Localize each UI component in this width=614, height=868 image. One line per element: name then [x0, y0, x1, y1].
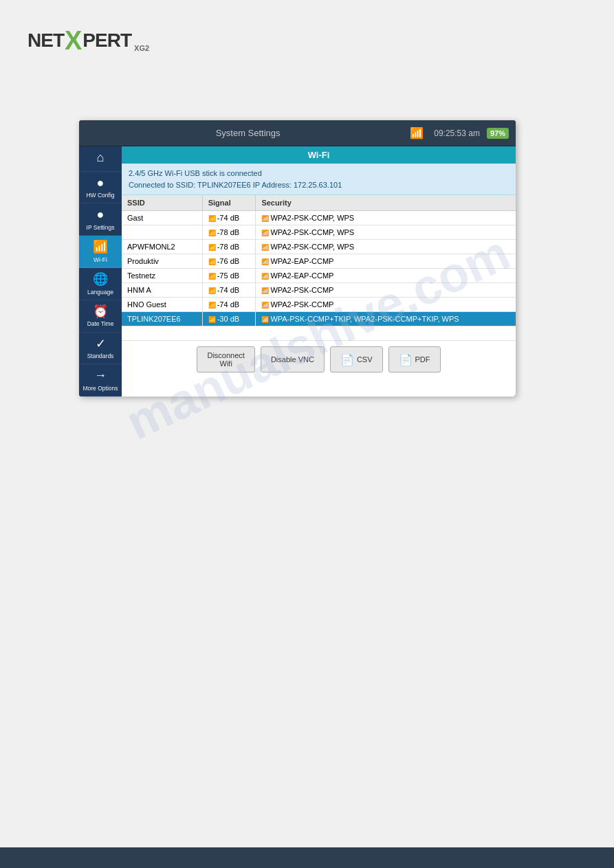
cell-ssid: APWFMONL2	[122, 240, 202, 254]
security-icon: 📶	[261, 215, 269, 222]
security-icon: 📶	[261, 273, 269, 280]
cell-ssid	[122, 225, 202, 240]
logo-xg2: XG2	[134, 44, 149, 52]
disable-vnc-button[interactable]: Disable VNC	[261, 346, 325, 372]
wifi-signal-icon: 📶	[208, 302, 216, 309]
sidebar-item-wifi[interactable]: 📶 Wi-Fi	[79, 236, 122, 268]
wifi-status-icon: 📶	[410, 126, 424, 140]
sidebar-item-language[interactable]: 🌐 Language	[79, 268, 122, 300]
sidebar-item-hw-config[interactable]: ● HW Config	[79, 172, 122, 204]
sidebar: ⌂ ● HW Config ● IP Settings 📶 Wi-Fi 🌐 La…	[79, 146, 122, 397]
content-area: Wi-Fi 2.4/5 GHz Wi-Fi USB stick is conne…	[122, 146, 516, 397]
sidebar-label-language: Language	[87, 289, 113, 296]
sidebar-item-ip-settings[interactable]: ● IP Settings	[79, 203, 122, 236]
table-row[interactable]: Testnetz📶-75 dB📶WPA2-EAP-CCMP	[122, 269, 516, 283]
sidebar-item-home[interactable]: ⌂	[79, 146, 122, 172]
wifi-signal-icon: 📶	[208, 258, 216, 265]
wifi-signal-icon: 📶	[208, 244, 216, 251]
table-row[interactable]: 📶-78 dB📶WPA2-PSK-CCMP, WPS	[122, 225, 516, 240]
top-bar: System Settings 📶 09:25:53 am 97%	[79, 120, 516, 146]
hw-config-icon: ●	[97, 176, 105, 191]
cell-security: 📶WPA2-PSK-CCMP, WPS	[256, 240, 516, 254]
cell-signal: 📶-74 dB	[202, 211, 256, 225]
wifi-signal-icon: 📶	[208, 230, 216, 236]
table-row[interactable]: Produktiv📶-76 dB📶WPA2-EAP-CCMP	[122, 254, 516, 269]
cell-security: 📶WPA2-PSK-CCMP	[256, 298, 516, 312]
table-row[interactable]: TPLINK207EE6📶-30 dB📶WPA-PSK-CCMP+TKIP, W…	[122, 312, 516, 326]
standards-icon: ✓	[96, 337, 106, 352]
security-icon: 📶	[261, 287, 269, 294]
col-header-signal: Signal	[202, 195, 256, 211]
wifi-section-header: Wi-Fi	[122, 146, 516, 164]
sidebar-label-standards: Standards	[87, 353, 114, 359]
export-csv-button[interactable]: 📄 CSV	[330, 346, 383, 372]
language-icon: 🌐	[93, 272, 108, 287]
sidebar-item-date-time[interactable]: ⏰ Date Time	[79, 300, 122, 333]
table-row[interactable]: Gast📶-74 dB📶WPA2-PSK-CCMP, WPS	[122, 211, 516, 225]
table-row[interactable]: HNO Guest📶-74 dB📶WPA2-PSK-CCMP	[122, 298, 516, 312]
security-icon: 📶	[261, 258, 269, 265]
cell-ssid: HNO Guest	[122, 298, 202, 312]
bottom-bar	[0, 847, 614, 868]
sidebar-label-more-options: More Options	[83, 385, 118, 392]
clock: 09:25:53 am	[434, 129, 480, 138]
table-header-row: SSID Signal Security	[122, 195, 516, 211]
connection-line1: 2.4/5 GHz Wi-Fi USB stick is connected	[129, 168, 509, 179]
pdf-icon: 📄	[399, 353, 413, 366]
cell-signal: 📶-74 dB	[202, 298, 256, 312]
disconnect-wifi-button[interactable]: DisconnectWifi	[197, 346, 254, 372]
cell-ssid: Testnetz	[122, 269, 202, 283]
cell-security: 📶WPA-PSK-CCMP+TKIP, WPA2-PSK-CCMP+TKIP, …	[256, 312, 516, 326]
col-header-ssid: SSID	[122, 195, 202, 211]
cell-ssid: Gast	[122, 211, 202, 225]
table-row[interactable]: HNM A📶-74 dB📶WPA2-PSK-CCMP	[122, 283, 516, 298]
cell-ssid: Produktiv	[122, 254, 202, 269]
csv-label: CSV	[357, 355, 373, 364]
wifi-signal-icon: 📶	[208, 287, 216, 294]
sidebar-item-standards[interactable]: ✓ Standards	[79, 333, 122, 365]
wifi-nav-icon: 📶	[93, 240, 108, 255]
main-layout: ⌂ ● HW Config ● IP Settings 📶 Wi-Fi 🌐 La…	[79, 146, 516, 397]
security-icon: 📶	[261, 230, 269, 236]
home-icon: ⌂	[97, 151, 105, 166]
cell-signal: 📶-74 dB	[202, 283, 256, 298]
sidebar-item-more-options[interactable]: → More Options	[79, 364, 122, 397]
logo-net: NET	[28, 30, 64, 52]
logo-pert: PERT	[83, 30, 131, 52]
export-pdf-button[interactable]: 📄 PDF	[388, 346, 441, 372]
battery-level: 97%	[487, 128, 509, 139]
cell-security: 📶WPA2-EAP-CCMP	[256, 269, 516, 283]
table-row[interactable]: APWFMONL2📶-78 dB📶WPA2-PSK-CCMP, WPS	[122, 240, 516, 254]
cell-signal: 📶-30 dB	[202, 312, 256, 326]
cell-ssid: TPLINK207EE6	[122, 312, 202, 326]
logo: NET X PERT XG2	[28, 27, 149, 54]
csv-icon: 📄	[340, 353, 354, 366]
wifi-signal-icon: 📶	[208, 215, 216, 222]
cell-security: 📶WPA2-EAP-CCMP	[256, 254, 516, 269]
datetime-icon: ⏰	[93, 304, 108, 320]
connection-line2: Connected to SSID: TPLINK207EE6 IP Addre…	[129, 179, 509, 191]
connection-info: 2.4/5 GHz Wi-Fi USB stick is connected C…	[122, 164, 516, 195]
disconnect-wifi-label: DisconnectWifi	[207, 351, 244, 368]
cell-signal: 📶-78 dB	[202, 225, 256, 240]
bottom-buttons: DisconnectWifi Disable VNC 📄 CSV 📄 PDF	[122, 340, 516, 378]
security-icon: 📶	[261, 302, 269, 309]
cell-signal: 📶-78 dB	[202, 240, 256, 254]
sidebar-label-wifi: Wi-Fi	[94, 256, 107, 263]
device-frame: System Settings 📶 09:25:53 am 97% ⌂ ● HW…	[79, 120, 516, 397]
cell-security: 📶WPA2-PSK-CCMP, WPS	[256, 225, 516, 240]
sidebar-label-ip-settings: IP Settings	[87, 224, 115, 231]
col-header-security: Security	[256, 195, 516, 211]
pdf-label: PDF	[415, 355, 430, 364]
ip-settings-icon: ●	[97, 208, 105, 223]
security-icon: 📶	[261, 244, 269, 251]
wifi-signal-icon: 📶	[208, 273, 216, 280]
cell-signal: 📶-76 dB	[202, 254, 256, 269]
security-icon: 📶	[261, 316, 269, 323]
cell-security: 📶WPA2-PSK-CCMP	[256, 283, 516, 298]
wifi-table: SSID Signal Security Gast📶-74 dB📶WPA2-PS…	[122, 195, 516, 326]
wifi-signal-icon: 📶	[208, 316, 216, 323]
page-title: System Settings	[86, 128, 410, 138]
cell-ssid: HNM A	[122, 283, 202, 298]
cell-signal: 📶-75 dB	[202, 269, 256, 283]
